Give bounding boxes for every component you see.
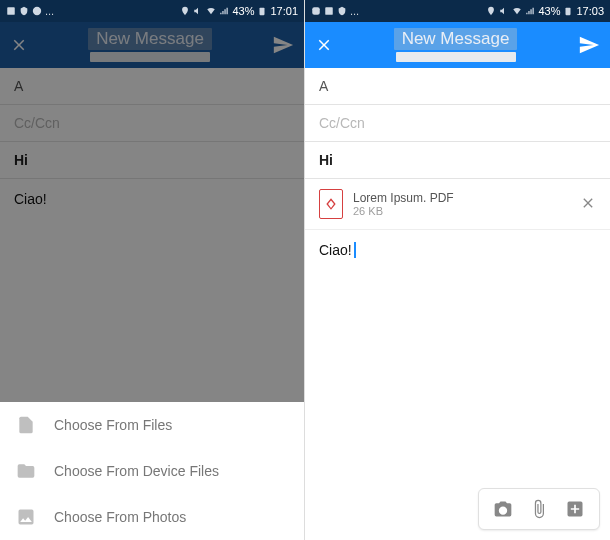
compose-header: New Message (305, 22, 610, 68)
choose-files-label: Choose From Files (54, 417, 172, 433)
header-title: New Message (394, 28, 518, 50)
attachment-size: 26 KB (353, 205, 570, 217)
instagram-icon (311, 6, 321, 16)
battery-pct: 43% (232, 5, 254, 17)
svg-rect-2 (260, 8, 265, 16)
to-field[interactable]: A (0, 68, 304, 105)
battery-icon (563, 6, 573, 16)
screenshot-left: ... 43% 17:01 New Message A Cc/Ccn Hi Ci… (0, 0, 305, 540)
status-ellipsis: ... (350, 5, 359, 17)
cc-field[interactable]: Cc/Ccn (305, 105, 610, 142)
signal-icon (525, 6, 535, 16)
file-icon (16, 415, 36, 435)
screenshot-right: ... 43% 17:03 New Message A Cc/Ccn Hi (305, 0, 610, 540)
header-subtitle-redacted (396, 52, 516, 62)
subject-field[interactable]: Hi (0, 142, 304, 179)
body-text[interactable]: Ciao! (305, 230, 610, 270)
svg-point-1 (33, 7, 41, 15)
mute-icon (193, 6, 203, 16)
clock: 17:01 (270, 5, 298, 17)
attach-button[interactable] (525, 495, 553, 523)
mute-icon (499, 6, 509, 16)
shield-icon (19, 6, 29, 16)
attachment-row: Lorem Ipsum. PDF 26 KB (305, 179, 610, 230)
to-field[interactable]: A (305, 68, 610, 105)
choose-files-option[interactable]: Choose From Files (0, 402, 304, 448)
pdf-icon (319, 189, 343, 219)
camera-icon (493, 499, 513, 519)
header-subtitle-redacted (90, 52, 210, 62)
close-button[interactable] (10, 36, 28, 54)
svg-rect-0 (7, 7, 15, 15)
status-bar: ... 43% 17:03 (305, 0, 610, 22)
close-button[interactable] (315, 36, 333, 54)
signal-icon (219, 6, 229, 16)
info-icon (32, 6, 42, 16)
gallery-icon (6, 6, 16, 16)
compose-toolbar (478, 488, 600, 530)
close-icon (315, 36, 333, 54)
subject-field[interactable]: Hi (305, 142, 610, 179)
attachment-sheet: Choose From Files Choose From Device Fil… (0, 402, 304, 540)
choose-device-files-option[interactable]: Choose From Device Files (0, 448, 304, 494)
camera-button[interactable] (489, 495, 517, 523)
location-icon (486, 6, 496, 16)
send-icon (272, 34, 294, 56)
choose-photos-label: Choose From Photos (54, 509, 186, 525)
wifi-icon (512, 6, 522, 16)
insert-button[interactable] (561, 495, 589, 523)
close-icon (10, 36, 28, 54)
battery-icon (257, 6, 267, 16)
battery-pct: 43% (538, 5, 560, 17)
clock: 17:03 (576, 5, 604, 17)
gallery-icon (324, 6, 334, 16)
svg-rect-5 (566, 8, 571, 16)
wifi-icon (206, 6, 216, 16)
compose-body: A Cc/Ccn Hi Lorem Ipsum. PDF 26 KB Ciao! (305, 68, 610, 540)
image-icon (16, 507, 36, 527)
folder-icon (16, 461, 36, 481)
attachment-name: Lorem Ipsum. PDF (353, 191, 570, 205)
send-icon (578, 34, 600, 56)
shield-icon (337, 6, 347, 16)
remove-attachment-button[interactable] (580, 195, 596, 214)
send-button[interactable] (272, 34, 294, 56)
svg-rect-4 (325, 7, 333, 15)
send-button[interactable] (578, 34, 600, 56)
choose-device-files-label: Choose From Device Files (54, 463, 219, 479)
status-ellipsis: ... (45, 5, 54, 17)
compose-header: New Message (0, 22, 304, 68)
close-icon (580, 195, 596, 211)
svg-rect-3 (312, 7, 320, 15)
location-icon (180, 6, 190, 16)
cc-field[interactable]: Cc/Ccn (0, 105, 304, 142)
body-text[interactable]: Ciao! (0, 179, 304, 219)
plus-box-icon (565, 499, 585, 519)
header-title: New Message (88, 28, 212, 50)
choose-photos-option[interactable]: Choose From Photos (0, 494, 304, 540)
paperclip-icon (529, 499, 549, 519)
status-bar: ... 43% 17:01 (0, 0, 304, 22)
